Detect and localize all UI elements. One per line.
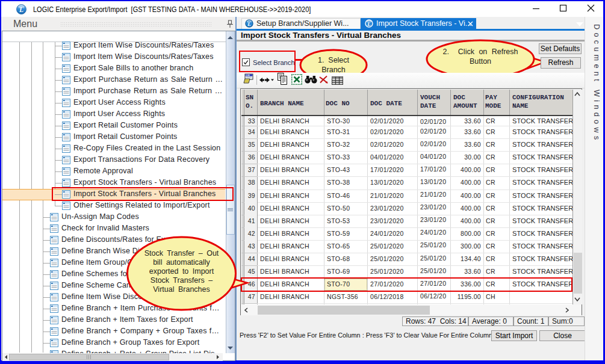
svg-text:L: L	[247, 21, 251, 27]
svg-text:L: L	[19, 6, 23, 13]
svg-text:L: L	[367, 21, 371, 27]
